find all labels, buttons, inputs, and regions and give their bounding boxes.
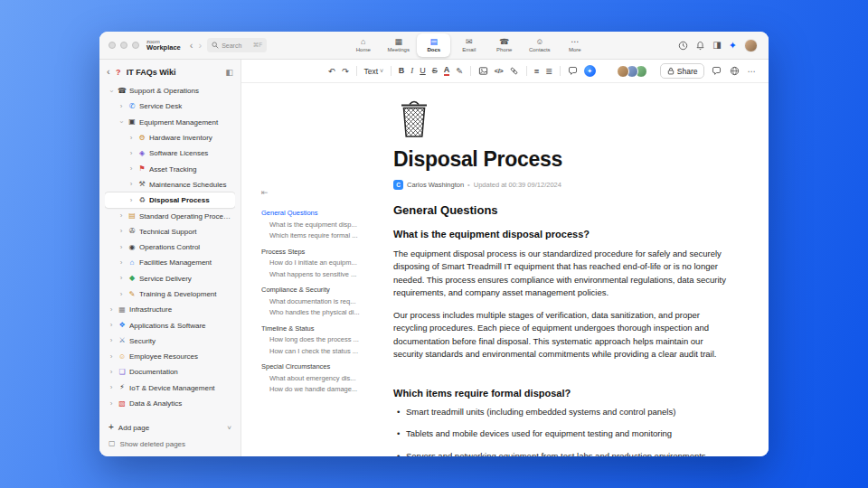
- collaborator-avatar[interactable]: [617, 65, 629, 78]
- sidebar-page-item[interactable]: ☺ Employee Resources: [105, 349, 235, 364]
- outline-item[interactable]: Process Steps: [261, 247, 375, 258]
- redo-button[interactable]: ↷: [342, 67, 349, 76]
- comment-button[interactable]: [568, 66, 578, 76]
- chevron-icon[interactable]: [127, 181, 135, 188]
- outline-item[interactable]: How long does the process ...: [261, 334, 375, 346]
- outline-item[interactable]: How do we handle damage...: [261, 384, 375, 396]
- outline-item[interactable]: Timeline & Status: [261, 324, 375, 335]
- history-forward-button[interactable]: ›: [195, 41, 204, 51]
- chevron-icon[interactable]: [108, 400, 115, 408]
- outline-item[interactable]: What about emergency dis...: [261, 373, 375, 385]
- chevron-icon[interactable]: [118, 118, 125, 126]
- sidebar-page-item[interactable]: ✇ Technical Support: [105, 224, 235, 239]
- nav-tab[interactable]: ☺ Contacts: [523, 33, 556, 57]
- side-panel-icon[interactable]: ◨: [712, 41, 721, 50]
- chevron-icon[interactable]: [118, 259, 125, 267]
- outline-item[interactable]: Who handles the physical di...: [261, 307, 375, 319]
- chevron-icon[interactable]: [108, 353, 115, 361]
- chevron-icon[interactable]: [108, 369, 115, 376]
- outline-item[interactable]: What happens to sensitive ...: [261, 269, 375, 281]
- sidebar-page-item[interactable]: ✆ Service Desk: [105, 99, 235, 114]
- wiki-title[interactable]: IT FAQs Wiki: [127, 68, 222, 77]
- sidebar-page-item[interactable]: ♻ Disposal Process: [105, 192, 235, 208]
- sidebar-page-item[interactable]: ◉ Operations Control: [105, 239, 235, 255]
- document-body[interactable]: Disposal Process C Carlos Washington • U…: [381, 83, 769, 456]
- ai-companion-button[interactable]: ✦: [584, 65, 596, 77]
- nav-tab[interactable]: ▤ Docs: [417, 33, 450, 57]
- chevron-icon[interactable]: [108, 88, 115, 95]
- chevron-icon[interactable]: [127, 150, 135, 157]
- sidebar-page-item[interactable]: ⚒ Maintenance Schedules: [105, 177, 235, 192]
- sidebar-page-item[interactable]: ⚑ Asset Tracking: [105, 161, 235, 176]
- insert-link-button[interactable]: [509, 66, 519, 76]
- sidebar-page-item[interactable]: ❏ Documentation: [105, 364, 235, 380]
- bullet-list-button[interactable]: ≡: [534, 67, 540, 76]
- code-block-button[interactable]: </>: [495, 68, 503, 75]
- sidebar-page-item[interactable]: ⚙ Hardware Inventory: [105, 130, 235, 145]
- outline-item[interactable]: How can I check the status ...: [261, 346, 375, 358]
- history-back-button[interactable]: ‹: [187, 41, 196, 51]
- sidebar-page-item[interactable]: ⌂ Facilities Management: [105, 255, 235, 270]
- italic-button[interactable]: I: [410, 67, 413, 75]
- ai-companion-icon[interactable]: ✦: [729, 41, 737, 51]
- chevron-icon[interactable]: [118, 228, 125, 235]
- text-style-dropdown[interactable]: Text ˅: [364, 67, 384, 76]
- outline-item[interactable]: General Questions: [261, 208, 375, 220]
- back-icon[interactable]: ‹: [107, 67, 110, 77]
- chevron-down-icon[interactable]: ˅: [227, 424, 231, 432]
- insert-image-button[interactable]: [478, 66, 488, 76]
- chevron-icon[interactable]: [118, 291, 125, 298]
- global-search-input[interactable]: Search ⌘F: [207, 38, 267, 52]
- sidebar-page-item[interactable]: ▦ Infrastructure: [105, 302, 235, 317]
- close-window-button[interactable]: [108, 42, 116, 49]
- undo-button[interactable]: ↶: [328, 67, 335, 76]
- clock-icon[interactable]: [678, 41, 688, 51]
- outline-item[interactable]: What is the equipment disp...: [261, 220, 375, 231]
- notifications-bell-icon[interactable]: [695, 41, 705, 51]
- chevron-icon[interactable]: [118, 244, 125, 251]
- chevron-icon[interactable]: [108, 306, 115, 314]
- nav-tab[interactable]: ⌂ Home: [346, 33, 380, 57]
- chevron-icon[interactable]: [108, 384, 115, 391]
- outline-item[interactable]: What documentation is req...: [261, 296, 375, 308]
- chevron-icon[interactable]: [118, 212, 125, 220]
- sidebar-page-item[interactable]: ❖ Applications & Software: [105, 317, 235, 333]
- sidebar-page-item[interactable]: ⚔ Security: [105, 333, 235, 349]
- sidebar-page-item[interactable]: ✎ Training & Development: [105, 286, 235, 302]
- text-color-button[interactable]: A: [444, 66, 450, 76]
- wiki-panel-icon[interactable]: ◧: [225, 68, 233, 77]
- chevron-icon[interactable]: [108, 337, 115, 344]
- chevron-icon[interactable]: [118, 103, 125, 110]
- outline-item[interactable]: Special Circumstances: [261, 361, 375, 373]
- chevron-icon[interactable]: [127, 197, 135, 204]
- outline-item[interactable]: Compliance & Security: [261, 285, 375, 296]
- outline-item[interactable]: Which items require formal ...: [261, 230, 375, 242]
- sidebar-page-item[interactable]: ◆ Service Delivery: [105, 271, 235, 286]
- sidebar-page-item[interactable]: ☎ Support & Operations: [105, 83, 235, 99]
- sidebar-page-item[interactable]: ▧ Data & Analytics: [105, 396, 235, 411]
- sidebar-page-item[interactable]: ▣ Equipment Management: [105, 115, 235, 130]
- sidebar-page-item[interactable]: ◈ Software Licenses: [105, 145, 235, 161]
- more-options-button[interactable]: ⋯: [748, 67, 757, 76]
- chat-button[interactable]: [712, 66, 722, 76]
- chevron-icon[interactable]: [108, 322, 115, 329]
- bold-button[interactable]: B: [399, 67, 405, 75]
- nav-tab[interactable]: ☎ Phone: [487, 33, 521, 57]
- user-avatar[interactable]: [744, 39, 758, 52]
- share-button[interactable]: Share: [660, 63, 705, 79]
- minimize-window-button[interactable]: [120, 42, 127, 49]
- nav-tab[interactable]: ▦ Meetings: [382, 33, 415, 57]
- highlight-button[interactable]: ✎: [456, 67, 463, 76]
- add-page-button[interactable]: + Add page ˅: [105, 420, 235, 435]
- chevron-icon[interactable]: [127, 135, 135, 142]
- maximize-window-button[interactable]: [132, 42, 139, 49]
- chevron-icon[interactable]: [127, 165, 135, 173]
- chevron-icon[interactable]: [118, 275, 125, 282]
- nav-tab[interactable]: ⋯ More: [558, 33, 591, 57]
- sidebar-page-item[interactable]: ▤ Standard Operating Procedures: [105, 208, 235, 223]
- sidebar-page-item[interactable]: ⚡ IoT & Device Management: [105, 380, 235, 396]
- align-button[interactable]: ≣: [545, 67, 552, 76]
- language-globe-button[interactable]: [730, 66, 740, 76]
- show-deleted-pages-button[interactable]: ▢ Show deleted pages: [105, 436, 235, 451]
- outline-item[interactable]: How do I initiate an equipm...: [261, 258, 375, 269]
